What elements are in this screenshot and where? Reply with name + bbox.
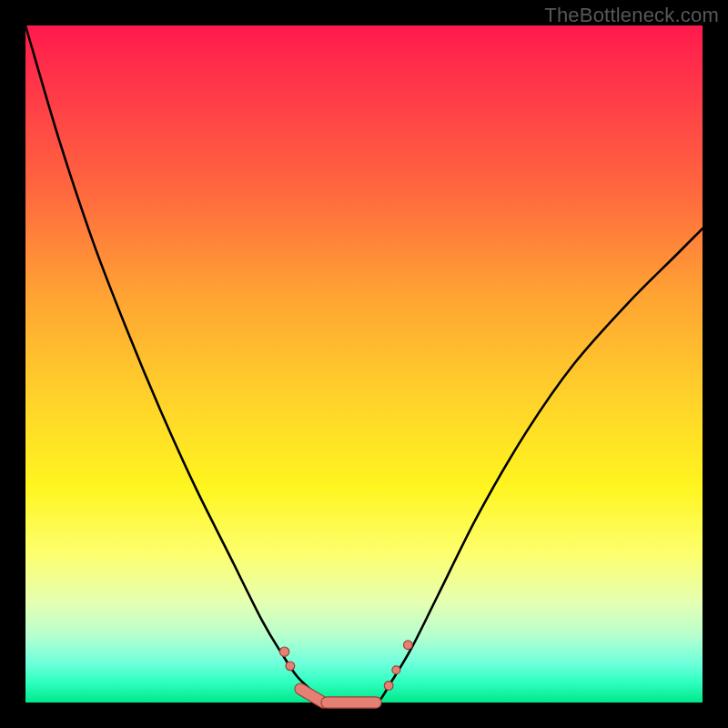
svg-point-0: [279, 647, 288, 656]
chart-svg: [25, 25, 703, 703]
svg-point-6: [384, 682, 393, 691]
plot-area: [25, 25, 703, 703]
watermark-text: TheBottleneck.com: [544, 4, 719, 27]
bottleneck-curve: [25, 25, 703, 704]
outer-frame: TheBottleneck.com: [0, 0, 728, 728]
curve-markers: [279, 641, 412, 703]
svg-line-3: [300, 689, 323, 703]
svg-point-7: [392, 666, 400, 674]
svg-point-1: [286, 662, 295, 671]
svg-point-8: [404, 641, 413, 650]
